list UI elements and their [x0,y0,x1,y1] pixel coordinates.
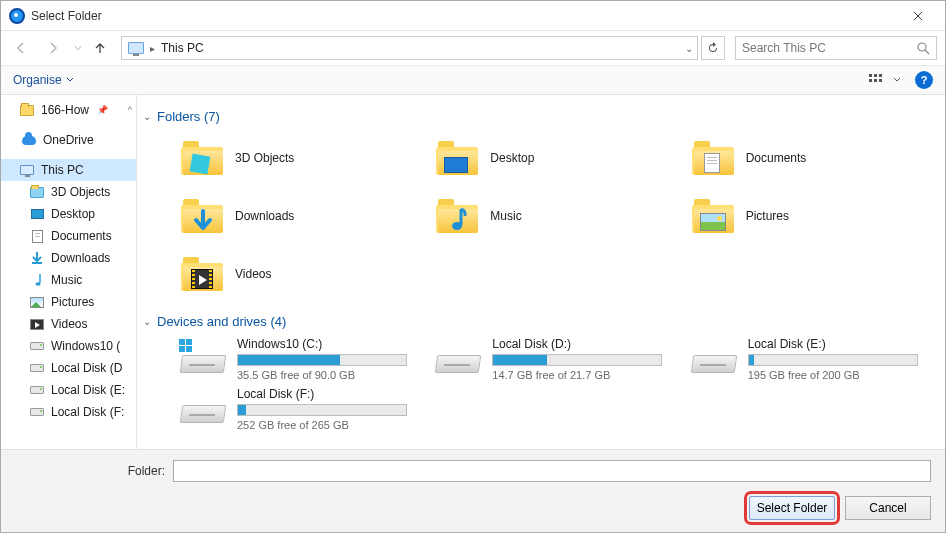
content-pane[interactable]: ⌄ Folders (7) 3D Objects Desktop Documen… [137,95,945,449]
drive-icon [692,343,736,373]
tree-label: Videos [51,317,87,331]
folder-music[interactable]: Music [436,190,681,242]
view-options-button[interactable] [865,69,887,91]
folder-field-label: Folder: [15,464,165,478]
svg-point-8 [36,282,41,286]
titlebar: Select Folder [1,1,945,31]
up-button[interactable] [89,37,111,59]
view-dropdown[interactable] [891,69,903,91]
search-input[interactable]: Search This PC [735,36,937,60]
svg-rect-3 [879,74,882,77]
folder-downloads[interactable]: Downloads [181,190,426,242]
section-folders-label: Folders (7) [157,109,220,124]
chevron-down-icon [66,76,74,84]
section-drives-header[interactable]: ⌄ Devices and drives (4) [143,314,937,329]
tree-item-drive-d[interactable]: Local Disk (D [1,357,136,379]
folder-label: Documents [746,151,807,165]
section-folders-header[interactable]: ⌄ Folders (7) [143,109,937,124]
drive-icon [181,343,225,373]
usage-fill [238,405,246,415]
folder-pictures[interactable]: Pictures [692,190,937,242]
svg-rect-12 [179,346,185,352]
tree-item-3d-objects[interactable]: 3D Objects [1,181,136,203]
drive-free-text: 14.7 GB free of 21.7 GB [492,369,662,381]
svg-rect-11 [186,339,192,345]
drive-icon [30,342,44,350]
drive-c[interactable]: Windows10 (C:) 35.5 GB free of 90.0 GB [181,337,426,381]
organise-menu[interactable]: Organise [13,73,74,87]
drive-icon [30,386,44,394]
command-bar: Organise ? [1,65,945,95]
tree-item-drive-e[interactable]: Local Disk (E: [1,379,136,401]
folder-label: Desktop [490,151,534,165]
windows-logo-icon [179,339,193,353]
forward-button[interactable] [39,34,67,62]
chevron-down-icon [74,44,82,52]
help-button[interactable]: ? [915,71,933,89]
recent-dropdown[interactable] [71,34,85,62]
chevron-down-icon [893,76,901,84]
tree-item-downloads[interactable]: Downloads [1,247,136,269]
folder-icon [436,199,478,233]
tree-item-videos[interactable]: Videos [1,313,136,335]
refresh-icon [707,42,719,54]
select-folder-button[interactable]: Select Folder [749,496,835,520]
music-icon [31,273,43,287]
tree-item-pictures[interactable]: Pictures [1,291,136,313]
folder-name-input[interactable] [173,460,931,482]
refresh-button[interactable] [701,36,725,60]
tree-label: OneDrive [43,133,94,147]
drive-f[interactable]: Local Disk (F:) 252 GB free of 265 GB [181,387,426,431]
tree-item-quick[interactable]: 166-How 📌 ^ [1,99,136,121]
folder-desktop[interactable]: Desktop [436,132,681,184]
svg-rect-1 [869,74,872,77]
svg-rect-2 [874,74,877,77]
breadcrumb-location: This PC [161,41,204,55]
folder-label: 3D Objects [235,151,294,165]
svg-rect-4 [869,79,872,82]
drive-e[interactable]: Local Disk (E:) 195 GB free of 200 GB [692,337,937,381]
close-icon [913,11,923,21]
tree-item-drive-f[interactable]: Local Disk (F: [1,401,136,423]
folder-icon [181,199,223,233]
tree-label: Local Disk (D [51,361,122,375]
drive-free-text: 35.5 GB free of 90.0 GB [237,369,407,381]
select-folder-dialog: Select Folder ▸ This PC ⌄ Search Th [0,0,946,533]
tree-label: 3D Objects [51,185,110,199]
folder-label: Pictures [746,209,789,223]
folder-3d-objects[interactable]: 3D Objects [181,132,426,184]
tree-item-drive-c[interactable]: Windows10 ( [1,335,136,357]
tree-label: 166-How [41,103,89,117]
tree-item-desktop[interactable]: Desktop [1,203,136,225]
chevron-down-icon: ⌄ [143,316,151,327]
tree-item-onedrive[interactable]: OneDrive [1,129,136,151]
folder-documents[interactable]: Documents [692,132,937,184]
chevron-down-icon: ⌄ [143,111,151,122]
folders-grid: 3D Objects Desktop Documents Downloads [181,132,937,300]
folder-icon [436,141,478,175]
cancel-button[interactable]: Cancel [845,496,931,520]
chevron-up-icon: ^ [128,105,132,115]
this-pc-icon [128,42,144,54]
folder-label: Videos [235,267,271,281]
svg-point-9 [452,222,462,230]
usage-bar [237,404,407,416]
drive-d[interactable]: Local Disk (D:) 14.7 GB free of 21.7 GB [436,337,681,381]
nav-tree[interactable]: 166-How 📌 ^ OneDrive This PC 3D Objects … [1,95,137,449]
tree-item-this-pc[interactable]: This PC [1,159,136,181]
tree-item-documents[interactable]: Documents [1,225,136,247]
pin-icon: 📌 [97,105,108,115]
chevron-down-icon[interactable]: ⌄ [685,43,693,54]
organise-label: Organise [13,73,62,87]
folder-icon [692,141,734,175]
folder-icon [181,257,223,291]
dialog-footer: Folder: Select Folder Cancel [1,449,945,532]
downloads-icon [30,251,44,265]
address-bar[interactable]: ▸ This PC ⌄ [121,36,698,60]
back-button[interactable] [7,34,35,62]
this-pc-icon [20,165,34,175]
tree-item-music[interactable]: Music [1,269,136,291]
folder-label: Downloads [235,209,294,223]
close-button[interactable] [895,1,941,31]
folder-videos[interactable]: Videos [181,248,426,300]
